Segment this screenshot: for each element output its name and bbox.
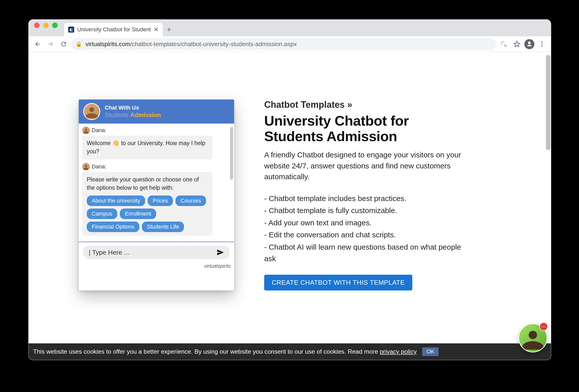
new-tab-button[interactable]: + (163, 23, 175, 36)
svg-point-2 (541, 45, 543, 47)
breadcrumb[interactable]: Chatbot Templates » (264, 100, 470, 110)
close-tab-icon[interactable]: ✕ (154, 26, 159, 33)
message: Dana: Please write your question or choo… (82, 163, 231, 236)
privacy-policy-link[interactable]: privacy policy (380, 348, 417, 355)
chip-campus[interactable]: Campus (87, 209, 117, 219)
chatbot-header: Chat With Us Students Admission (79, 100, 234, 124)
template-description: Chatbot Templates » University Chatbot f… (264, 100, 470, 290)
browser-window: ◧ University Chatbot for Student ✕ + 🔒 v… (29, 20, 551, 360)
maximize-window-button[interactable] (52, 23, 58, 28)
chatbot-brand-label: virtualspirits (79, 262, 234, 272)
help-chat-badge: ⋯ (539, 322, 548, 331)
send-icon[interactable] (217, 249, 224, 256)
page-scrollbar[interactable] (546, 55, 550, 150)
chip-financial[interactable]: Financial Options (87, 222, 139, 232)
chatbot-widget: Chat With Us Students Admission Dana: We… (79, 100, 234, 290)
svg-point-1 (541, 43, 543, 45)
chatbot-scrollbar[interactable] (230, 127, 233, 180)
chatbot-body: Dana: Welcome 👋 to our University. How m… (79, 124, 234, 242)
agent-avatar (83, 103, 100, 120)
tab-title: University Chatbot for Student (77, 26, 151, 33)
chatbot-input-area: | Type Here ... (79, 242, 234, 262)
feature-list: - Chatbot template includes best practic… (264, 193, 470, 265)
feature-item: - Edit the conversation and chat scripts… (264, 229, 470, 241)
bookmark-icon[interactable] (511, 39, 522, 50)
create-chatbot-button[interactable]: CREATE CHATBOT WITH THIS TEMPLATE (264, 275, 412, 290)
window-controls (34, 20, 64, 36)
lead-text: A friendly Chatbot designed to engage yo… (264, 149, 470, 182)
forward-button[interactable] (45, 39, 56, 50)
feature-item: - Add your own text and images. (264, 217, 470, 229)
message-bubble: Welcome 👋 to our University. How may I h… (82, 136, 213, 159)
chip-enrollment[interactable]: Enrollment (120, 209, 156, 219)
feature-item: - Chatbot template includes best practic… (264, 193, 470, 205)
page-content: Chat With Us Students Admission Dana: We… (29, 52, 551, 360)
sender-avatar-icon (82, 163, 90, 170)
lock-icon: 🔒 (76, 41, 82, 47)
tab-strip: ◧ University Chatbot for Student ✕ + (29, 20, 551, 36)
cookie-ok-button[interactable]: OK (422, 347, 439, 356)
chip-students-life[interactable]: Students Life (142, 222, 184, 232)
message-bubble: Please write your question or choose one… (82, 172, 213, 236)
minimize-window-button[interactable] (43, 23, 49, 28)
sender-name: Dana: (92, 163, 107, 170)
address-bar[interactable]: 🔒 virtualspirits.com/chatbot-templates/c… (71, 38, 496, 50)
chat-composer[interactable]: | Type Here ... (83, 246, 230, 259)
chip-courses[interactable]: Courses (175, 195, 206, 206)
composer-placeholder: | Type Here ... (89, 249, 129, 256)
feature-item: - Chatbot AI will learn new questions ba… (264, 241, 470, 265)
browser-toolbar: 🔒 virtualspirits.com/chatbot-templates/c… (29, 36, 551, 52)
cookie-text: This website uses cookies to offer you a… (33, 348, 417, 355)
quick-reply-chips: About the university Prices Courses Camp… (87, 195, 208, 232)
sender-avatar-icon (82, 127, 90, 134)
profile-avatar-button[interactable] (524, 39, 534, 49)
page-title: University Chatbot for Students Admissio… (264, 113, 470, 144)
cookie-consent-bar: This website uses cookies to offer you a… (29, 343, 551, 360)
url-text: virtualspirits.com/chatbot-templates/cha… (85, 41, 297, 48)
svg-point-0 (541, 41, 543, 43)
close-window-button[interactable] (34, 23, 40, 28)
favicon-icon: ◧ (68, 27, 74, 33)
reload-button[interactable] (58, 39, 69, 50)
feature-item: - Chatbot template is fully customizable… (264, 205, 470, 217)
zoom-icon[interactable] (498, 39, 509, 50)
browser-tab[interactable]: ◧ University Chatbot for Student ✕ (64, 23, 163, 36)
menu-button[interactable] (536, 39, 547, 50)
message: Dana: Welcome 👋 to our University. How m… (82, 127, 231, 159)
back-button[interactable] (32, 39, 43, 50)
chip-about[interactable]: About the university (87, 195, 145, 206)
chip-prices[interactable]: Prices (148, 195, 173, 206)
chatbot-header-subtitle: Students Admission (105, 112, 161, 119)
chatbot-header-title: Chat With Us (105, 105, 161, 111)
sender-name: Dana: (92, 127, 107, 134)
